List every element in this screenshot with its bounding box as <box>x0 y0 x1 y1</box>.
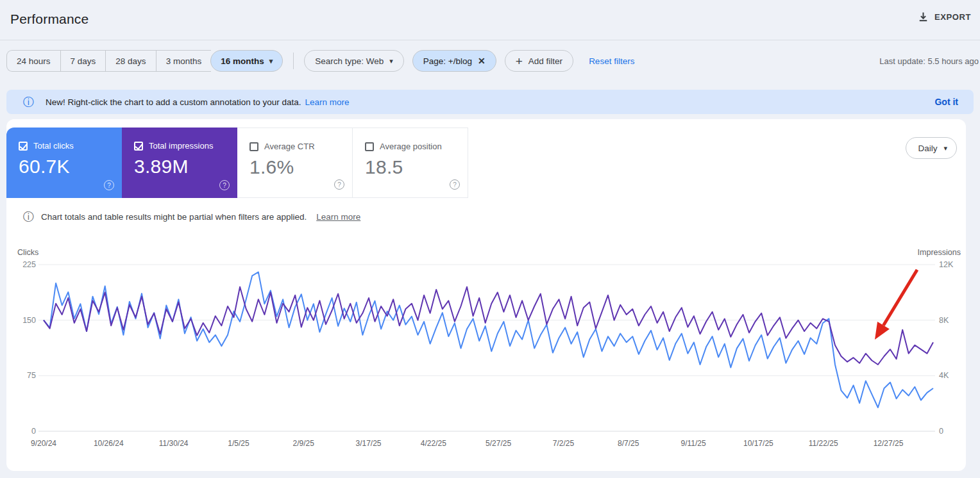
axis-tick-label: 3/17/25 <box>343 439 394 448</box>
axis-tick-label: 10/26/24 <box>83 439 134 448</box>
range-28-days[interactable]: 28 days <box>105 50 155 72</box>
info-icon: ⓘ <box>23 210 34 224</box>
header-divider <box>0 40 980 40</box>
info-icon: ⓘ <box>23 95 34 110</box>
range-3-months[interactable]: 3 months <box>156 50 212 72</box>
reset-filters-link[interactable]: Reset filters <box>589 56 634 66</box>
chart-canvas[interactable] <box>0 242 980 459</box>
axis-tick-label: 9/11/25 <box>668 439 719 448</box>
axis-tick-label: 7/2/25 <box>537 439 589 448</box>
annotation-promo-banner: ⓘ New! Right-click the chart to add a cu… <box>6 90 974 114</box>
export-button[interactable]: EXPORT <box>918 12 971 22</box>
annotation-arrow-line <box>883 270 917 326</box>
interval-label: Daily <box>918 144 937 153</box>
banner-text: New! Right-click the chart to add a cust… <box>46 97 301 107</box>
axis-tick-label: 0 <box>939 427 961 436</box>
chevron-down-icon: ▾ <box>389 57 393 65</box>
last-update-text: Last update: 5.5 hours ago <box>879 56 979 66</box>
axis-tick-label: 5/27/25 <box>473 439 524 448</box>
export-label: EXPORT <box>934 12 971 22</box>
metric-label: Average position <box>380 142 442 151</box>
metric-value: 60.7K <box>19 156 70 177</box>
axis-tick-label: 225 <box>12 260 36 269</box>
range-24-hours[interactable]: 24 hours <box>6 50 60 72</box>
axis-tick-label: 2/9/25 <box>278 439 329 448</box>
metric-card-average-position[interactable]: Average position 18.5 ? <box>353 128 468 198</box>
axis-tick-label: 12/27/25 <box>863 439 914 448</box>
axis-tick-label: 4/22/25 <box>408 439 459 448</box>
chevron-down-icon: ▾ <box>269 57 273 65</box>
metric-card-average-ctr[interactable]: Average CTR 1.6% ? <box>237 128 353 198</box>
date-range-group: 24 hours 7 days 28 days 3 months 16 mont… <box>6 50 283 72</box>
series-line-total-impressions[interactable] <box>44 287 933 365</box>
search-console-performance-page: Performance EXPORT 24 hours 7 days 28 da… <box>0 0 980 478</box>
axis-tick-label: 11/22/25 <box>798 439 849 448</box>
filter-divider <box>293 53 294 69</box>
page-title: Performance <box>10 12 89 27</box>
close-icon[interactable]: ✕ <box>478 56 486 66</box>
annotation-arrow-head <box>875 322 890 340</box>
metric-label: Total impressions <box>149 141 213 151</box>
axis-tick-label: 1/5/25 <box>213 439 264 448</box>
range-16-months[interactable]: 16 months ▾ <box>210 50 283 72</box>
help-icon[interactable]: ? <box>219 180 230 190</box>
banner-learn-more-link[interactable]: Learn more <box>305 97 349 107</box>
partial-data-note: ⓘ Chart totals and table results might b… <box>23 210 360 224</box>
interval-dropdown[interactable]: Daily ▾ <box>906 137 957 159</box>
metric-label: Total clicks <box>33 141 74 151</box>
axis-tick-label: 0 <box>12 427 36 436</box>
add-filter-button[interactable]: + Add filter <box>505 50 573 72</box>
chevron-down-icon: ▾ <box>943 144 947 152</box>
metric-card-total-clicks[interactable]: Total clicks 60.7K ? <box>6 128 122 198</box>
help-icon[interactable]: ? <box>334 179 344 190</box>
metric-card-total-impressions[interactable]: Total impressions 3.89M ? <box>122 128 237 198</box>
checkbox-unchecked-icon[interactable] <box>365 142 374 151</box>
got-it-button[interactable]: Got it <box>934 97 958 107</box>
range-16-months-label: 16 months <box>221 56 264 66</box>
metric-value: 18.5 <box>365 156 403 178</box>
series-line-total-clicks[interactable] <box>44 272 933 408</box>
download-icon <box>918 12 929 22</box>
axis-tick-label: 150 <box>12 316 36 325</box>
add-filter-label: Add filter <box>528 56 562 66</box>
axis-tick-label: 9/20/24 <box>18 439 69 448</box>
range-7-days[interactable]: 7 days <box>60 50 106 72</box>
note-learn-more-link[interactable]: Learn more <box>316 212 360 222</box>
metric-value: 3.89M <box>134 156 189 177</box>
plus-icon: + <box>516 55 523 67</box>
help-icon[interactable]: ? <box>104 180 114 190</box>
checkbox-checked-icon[interactable] <box>134 142 143 151</box>
page-filter-label: Page: +/blog <box>423 56 472 66</box>
axis-tick-label: 8K <box>939 316 961 325</box>
search-type-filter[interactable]: Search type: Web ▾ <box>304 50 404 72</box>
metric-label: Average CTR <box>264 142 315 151</box>
note-text: Chart totals and table results might be … <box>41 212 307 222</box>
axis-tick-label: 12K <box>939 260 961 269</box>
search-type-label: Search type: Web <box>315 56 384 66</box>
axis-tick-label: 11/30/24 <box>148 439 199 448</box>
metric-value: 1.6% <box>249 156 294 178</box>
axis-tick-label: 75 <box>12 371 36 380</box>
page-filter-chip[interactable]: Page: +/blog ✕ <box>412 50 496 72</box>
performance-chart[interactable]: Clicks Impressions 075150225 04K8K12K 9/… <box>0 242 980 459</box>
filter-bar: 24 hours 7 days 28 days 3 months 16 mont… <box>6 50 634 72</box>
axis-tick-label: 8/7/25 <box>603 439 654 448</box>
axis-tick-label: 4K <box>939 371 961 380</box>
axis-tick-label: 10/17/25 <box>732 439 784 448</box>
help-icon[interactable]: ? <box>450 179 460 190</box>
checkbox-checked-icon[interactable] <box>19 142 28 151</box>
checkbox-unchecked-icon[interactable] <box>249 142 258 151</box>
